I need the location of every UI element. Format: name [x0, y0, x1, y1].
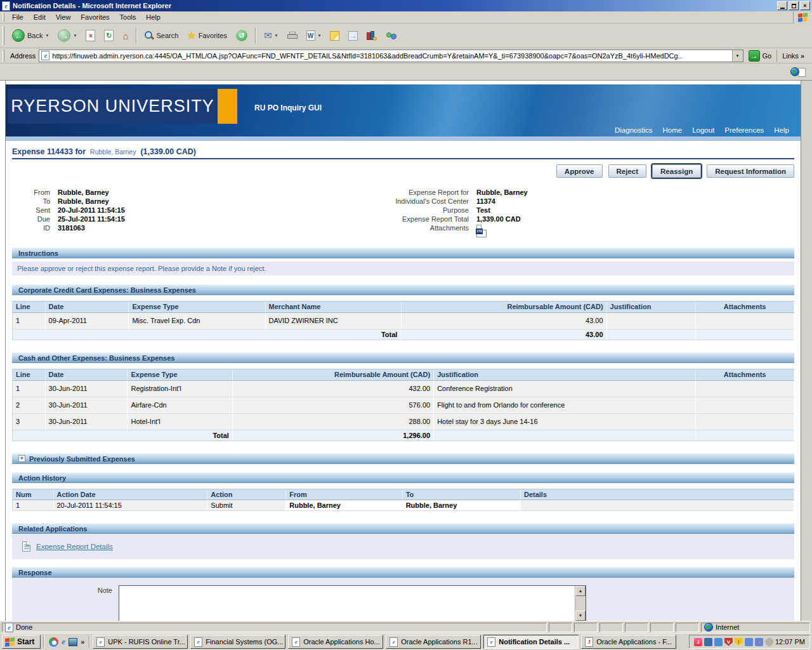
nav-home[interactable]: Home — [662, 126, 682, 134]
scroll-down-icon[interactable]: ▼ — [575, 611, 586, 621]
ie-task-icon: e — [487, 637, 495, 647]
note-field-frame: ▲ ▼ — [119, 585, 586, 621]
reassign-button[interactable]: Reassign — [652, 164, 701, 178]
toolbar-grip[interactable] — [3, 50, 4, 61]
nav-preferences[interactable]: Preferences — [724, 126, 764, 134]
person-link[interactable]: Rubble, Barney — [90, 148, 136, 156]
total-label: Total — [13, 329, 401, 340]
task-button[interactable]: e UPK - RUFIS Online Tr... — [93, 635, 188, 649]
table-row: 1 09-Apr-2011 Misc. Travel Exp. Cdn DAVI… — [13, 313, 794, 329]
address-dropdown-button[interactable]: ▼ — [732, 50, 743, 62]
quick-launch-chevron-icon[interactable]: » — [81, 638, 84, 646]
network-icon[interactable] — [745, 638, 753, 646]
history-button[interactable]: ↺ — [232, 27, 251, 44]
browser-window: e Notification Details - Microsoft Inter… — [0, 0, 812, 650]
menu-view[interactable]: View — [51, 12, 76, 22]
forward-button[interactable]: → ▼ — [54, 27, 81, 44]
toolbar-grip[interactable] — [3, 26, 4, 45]
favorites-button[interactable]: ★ Favorites — [183, 27, 231, 44]
java-tray-icon[interactable]: J — [694, 638, 702, 646]
scrollbar-track[interactable] — [801, 81, 812, 621]
attachment-icon[interactable]: 170 — [476, 225, 487, 237]
window-icon[interactable] — [69, 638, 77, 646]
back-dropdown-icon[interactable]: ▼ — [45, 34, 49, 37]
stop-button[interactable]: × — [82, 27, 99, 44]
volume-icon[interactable] — [765, 638, 773, 646]
messenger-button[interactable] — [382, 29, 401, 43]
note-scrollbar[interactable]: ▲ ▼ — [575, 586, 586, 621]
col-line: Line — [13, 369, 46, 381]
globe-icon[interactable] — [790, 67, 799, 76]
network-disconnected-icon[interactable]: x — [755, 638, 763, 646]
cell-from: Rubble, Barney — [286, 500, 402, 511]
task-button[interactable]: e Financial Systems (OG... — [190, 635, 285, 649]
nav-help[interactable]: Help — [774, 126, 789, 134]
messenger-icon — [386, 31, 397, 41]
status-panel — [625, 623, 648, 632]
sticky-note-button[interactable] — [326, 29, 343, 43]
task-button-active[interactable]: e Notification Details ... — [483, 635, 579, 649]
action-history-title: Action History — [18, 473, 66, 483]
to-label: To — [25, 197, 50, 206]
nav-diagnostics[interactable]: Diagnostics — [615, 126, 652, 134]
menu-edit[interactable]: Edit — [29, 12, 51, 22]
close-button[interactable]: × — [800, 1, 810, 10]
search-button[interactable]: Search — [141, 29, 182, 43]
back-button[interactable]: ← Back ▼ — [8, 27, 53, 44]
col-attachments: Attachments — [696, 369, 794, 381]
discuss-button[interactable]: → — [344, 29, 362, 43]
nav-logout[interactable]: Logout — [692, 126, 714, 134]
expand-icon[interactable]: + — [18, 455, 25, 462]
corporate-card-header: Corporate Credit Card Expenses: Business… — [12, 284, 794, 295]
corporate-card-table: Line Date Expense Type Merchant Name Rei… — [12, 301, 794, 340]
refresh-button[interactable]: ↻ — [100, 27, 117, 44]
expense-report-details-link[interactable]: Expense Report Details — [36, 543, 113, 550]
forward-dropdown-icon[interactable]: ▼ — [73, 34, 77, 37]
minimize-button[interactable] — [777, 1, 787, 10]
stop-icon: × — [86, 30, 95, 41]
messenger-tray-icon[interactable] — [714, 638, 723, 646]
status-panel — [650, 623, 674, 632]
edit-dropdown-icon[interactable]: ▼ — [318, 34, 322, 37]
cell-expense-type: Registration-Int'l — [128, 381, 233, 397]
related-applications-header: Related Applications — [12, 523, 794, 534]
note-input[interactable] — [119, 586, 575, 621]
ie-icon[interactable]: e — [62, 637, 65, 647]
menu-help[interactable]: Help — [141, 12, 166, 22]
mail-button[interactable]: ✉ ▼ — [260, 27, 282, 44]
col-amount: Reimbursable Amount (CAD) — [402, 302, 607, 313]
taskbar-separator — [89, 635, 90, 648]
menu-file[interactable]: File — [7, 12, 29, 22]
antivirus-icon[interactable]: V — [724, 638, 733, 646]
go-button[interactable]: → Go — [747, 50, 774, 62]
start-button[interactable]: Start — [2, 635, 41, 649]
print-button[interactable] — [284, 29, 301, 43]
task-button[interactable]: J Oracle Applications - F... — [581, 635, 676, 649]
scroll-up-icon[interactable]: ▲ — [575, 586, 586, 596]
security-alert-icon[interactable]: ! — [735, 638, 743, 646]
task-button[interactable]: e Oracle Applications R1... — [386, 635, 481, 649]
edit-with-word-button[interactable]: W ▼ — [303, 28, 325, 43]
task-button[interactable]: e Oracle Applications Ho... — [288, 635, 383, 649]
home-button[interactable]: ⌂ — [119, 28, 132, 44]
restore-button[interactable] — [789, 1, 799, 10]
mail-dropdown-icon[interactable]: ▼ — [275, 34, 278, 37]
due-value: 25-Jul-2011 11:54:15 — [58, 215, 266, 223]
purpose-label: Purpose — [372, 206, 469, 215]
previously-submitted-header: + Previously Submitted Expenses — [12, 453, 794, 464]
remote-desktop-icon[interactable] — [704, 638, 712, 646]
toolbar-grip[interactable] — [3, 13, 4, 22]
request-information-button[interactable]: Request Information — [707, 164, 794, 178]
research-button[interactable] — [363, 29, 381, 43]
address-input[interactable] — [52, 52, 729, 60]
table-row: 1 30-Jun-2011 Registration-Int'l 432.00 … — [13, 381, 794, 397]
note-label: Note — [12, 585, 112, 621]
chrome-icon[interactable] — [49, 637, 58, 647]
menu-favorites[interactable]: Favorites — [75, 12, 114, 22]
total-empty — [434, 430, 696, 441]
start-label: Start — [17, 637, 34, 646]
approve-button[interactable]: Approve — [556, 164, 603, 178]
menu-tools[interactable]: Tools — [115, 12, 141, 22]
links-button[interactable]: Links » — [776, 50, 809, 62]
reject-button[interactable]: Reject — [608, 164, 647, 178]
